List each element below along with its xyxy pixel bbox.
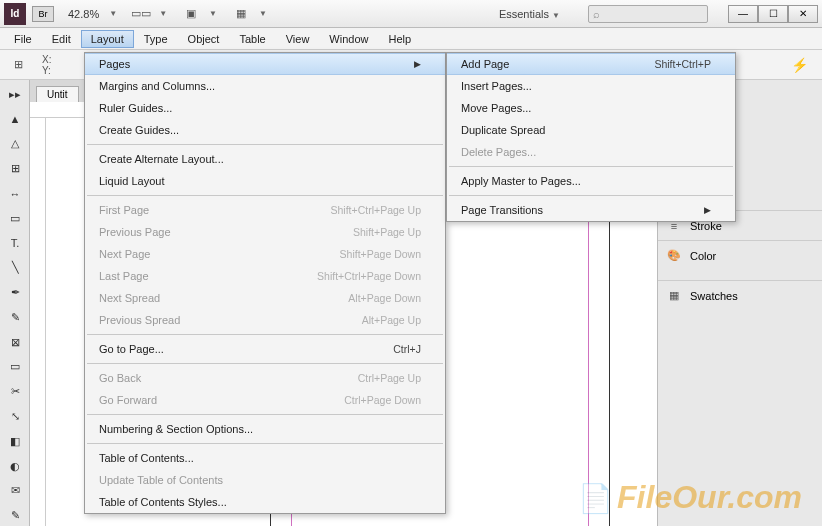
layout-menu-item-table-of-contents-styles[interactable]: Table of Contents Styles...	[85, 491, 445, 513]
menu-item-label: Apply Master to Pages...	[461, 175, 711, 187]
pages-menu-item-duplicate-spread[interactable]: Duplicate Spread	[447, 119, 735, 141]
menu-edit[interactable]: Edit	[42, 30, 81, 48]
layout-menu-item-go-to-page[interactable]: Go to Page...Ctrl+J	[85, 338, 445, 360]
menu-table[interactable]: Table	[229, 30, 275, 48]
maximize-button[interactable]: ☐	[758, 5, 788, 23]
quick-apply-icon[interactable]: ⚡	[791, 57, 808, 73]
rectangle-frame-tool[interactable]: ⊠	[2, 332, 28, 353]
pages-menu-item-insert-pages[interactable]: Insert Pages...	[447, 75, 735, 97]
page-tool[interactable]: ⊞	[2, 158, 28, 179]
gap-tool[interactable]: ↔	[2, 183, 28, 204]
view-options-icon[interactable]: ▭▭	[127, 4, 155, 24]
content-collector-tool[interactable]: ▭	[2, 208, 28, 229]
zoom-dropdown-arrow[interactable]: ▼	[109, 9, 117, 18]
menu-item-label: Add Page	[461, 58, 654, 70]
menu-item-label: Table of Contents Styles...	[99, 496, 421, 508]
scissors-tool[interactable]: ✂	[2, 381, 28, 402]
menu-item-label: Margins and Columns...	[99, 80, 421, 92]
menu-item-shortcut: Ctrl+J	[393, 343, 421, 355]
pages-menu-item-page-transitions[interactable]: Page Transitions▶	[447, 199, 735, 221]
view-dropdown-arrow[interactable]: ▼	[159, 9, 167, 18]
layout-menu-item-table-of-contents[interactable]: Table of Contents...	[85, 447, 445, 469]
layout-menu-separator	[87, 195, 443, 196]
screen-mode-icon[interactable]: ▣	[177, 4, 205, 24]
submenu-arrow-icon: ▶	[704, 205, 711, 215]
menu-view[interactable]: View	[276, 30, 320, 48]
menu-type[interactable]: Type	[134, 30, 178, 48]
menu-item-shortcut: Alt+Page Up	[362, 314, 421, 326]
menu-window[interactable]: Window	[319, 30, 378, 48]
pages-menu-item-apply-master-to-pages[interactable]: Apply Master to Pages...	[447, 170, 735, 192]
type-tool[interactable]: T.	[2, 233, 28, 254]
layout-menu-item-next-page: Next PageShift+Page Down	[85, 243, 445, 265]
layout-menu-item-ruler-guides[interactable]: Ruler Guides...	[85, 97, 445, 119]
gradient-feather-tool[interactable]: ◐	[2, 456, 28, 477]
menu-item-label: Go Forward	[99, 394, 344, 406]
menu-item-label: Go Back	[99, 372, 358, 384]
layout-menu-item-create-alternate-layout[interactable]: Create Alternate Layout...	[85, 148, 445, 170]
vertical-ruler[interactable]	[30, 118, 46, 526]
menu-item-shortcut: Ctrl+Page Up	[358, 372, 421, 384]
menu-item-label: Next Page	[99, 248, 340, 260]
pen-tool[interactable]: ✒	[2, 282, 28, 303]
tool-panel: ▸▸ ▲ △ ⊞ ↔ ▭ T. ╲ ✒ ✎ ⊠ ▭ ✂ ⤡ ◧ ◐ ✉ ✎	[0, 80, 30, 526]
layout-menu-item-create-guides[interactable]: Create Guides...	[85, 119, 445, 141]
menu-help[interactable]: Help	[378, 30, 421, 48]
selection-tool[interactable]: ▲	[2, 109, 28, 130]
menu-item-shortcut: Ctrl+Page Down	[344, 394, 421, 406]
pencil-tool[interactable]: ✎	[2, 307, 28, 328]
layout-menu-item-go-back: Go BackCtrl+Page Up	[85, 367, 445, 389]
menu-item-label: Next Spread	[99, 292, 348, 304]
reference-point-icon[interactable]: ⊞	[4, 55, 32, 75]
arrange-icon[interactable]: ▦	[227, 4, 255, 24]
expand-icon[interactable]: ▸▸	[2, 84, 28, 105]
direct-selection-tool[interactable]: △	[2, 134, 28, 155]
layout-menu-separator	[87, 443, 443, 444]
minimize-button[interactable]: —	[728, 5, 758, 23]
layout-menu-separator	[87, 144, 443, 145]
pages-menu-separator	[449, 166, 733, 167]
layout-menu-separator	[87, 334, 443, 335]
panel-swatches[interactable]: ▦ Swatches	[658, 280, 822, 310]
layout-menu-separator	[87, 363, 443, 364]
menu-item-label: Update Table of Contents	[99, 474, 421, 486]
arrange-dropdown-arrow[interactable]: ▼	[259, 9, 267, 18]
pages-menu-item-move-pages[interactable]: Move Pages...	[447, 97, 735, 119]
layout-menu-item-previous-page: Previous PageShift+Page Up	[85, 221, 445, 243]
line-tool[interactable]: ╲	[2, 257, 28, 278]
menu-object[interactable]: Object	[178, 30, 230, 48]
menu-item-label: Table of Contents...	[99, 452, 421, 464]
layout-menu-item-margins-and-columns[interactable]: Margins and Columns...	[85, 75, 445, 97]
y-label: Y:	[42, 65, 51, 76]
screen-dropdown-arrow[interactable]: ▼	[209, 9, 217, 18]
menu-item-label: Numbering & Section Options...	[99, 423, 421, 435]
pages-menu-item-add-page[interactable]: Add PageShift+Ctrl+P	[447, 53, 735, 75]
pages-menu-separator	[449, 195, 733, 196]
menu-item-label: Page Transitions	[461, 204, 696, 216]
layout-menu-item-numbering-section-options[interactable]: Numbering & Section Options...	[85, 418, 445, 440]
eyedropper-tool[interactable]: ✎	[2, 505, 28, 526]
menu-layout[interactable]: Layout	[81, 30, 134, 48]
close-button[interactable]: ✕	[788, 5, 818, 23]
menu-item-label: Move Pages...	[461, 102, 711, 114]
menu-item-label: Duplicate Spread	[461, 124, 711, 136]
document-tab[interactable]: Untit	[36, 86, 79, 102]
panel-color[interactable]: 🎨 Color	[658, 240, 822, 270]
menu-item-shortcut: Shift+Ctrl+P	[654, 58, 711, 70]
layout-menu-separator	[87, 414, 443, 415]
layout-menu-item-liquid-layout[interactable]: Liquid Layout	[85, 170, 445, 192]
workspace-switcher[interactable]: Essentials ▼	[491, 6, 578, 22]
search-input[interactable]: ⌕	[588, 5, 708, 23]
layout-menu-item-update-table-of-contents: Update Table of Contents	[85, 469, 445, 491]
title-bar: Id Br 42.8% ▼ ▭▭ ▼ ▣ ▼ ▦ ▼ Essentials ▼ …	[0, 0, 822, 28]
gradient-swatch-tool[interactable]: ◧	[2, 431, 28, 452]
submenu-arrow-icon: ▶	[414, 59, 421, 69]
free-transform-tool[interactable]: ⤡	[2, 406, 28, 427]
note-tool[interactable]: ✉	[2, 481, 28, 502]
menu-file[interactable]: File	[4, 30, 42, 48]
zoom-level[interactable]: 42.8%	[62, 6, 105, 22]
layout-menu-item-pages[interactable]: Pages▶	[85, 53, 445, 75]
menu-item-label: Last Page	[99, 270, 317, 282]
bridge-button[interactable]: Br	[32, 6, 54, 22]
rectangle-tool[interactable]: ▭	[2, 357, 28, 378]
